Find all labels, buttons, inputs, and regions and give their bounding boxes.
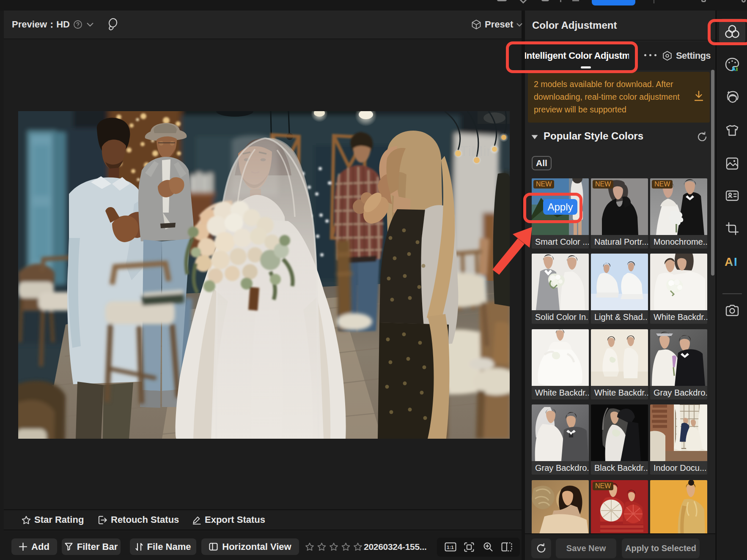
svg-text:1:1: 1:1 — [447, 545, 454, 550]
svg-text:A: A — [725, 255, 733, 268]
svg-text:A: A — [731, 65, 736, 72]
svg-text:I: I — [734, 255, 737, 268]
svg-text:i: i — [736, 65, 738, 72]
